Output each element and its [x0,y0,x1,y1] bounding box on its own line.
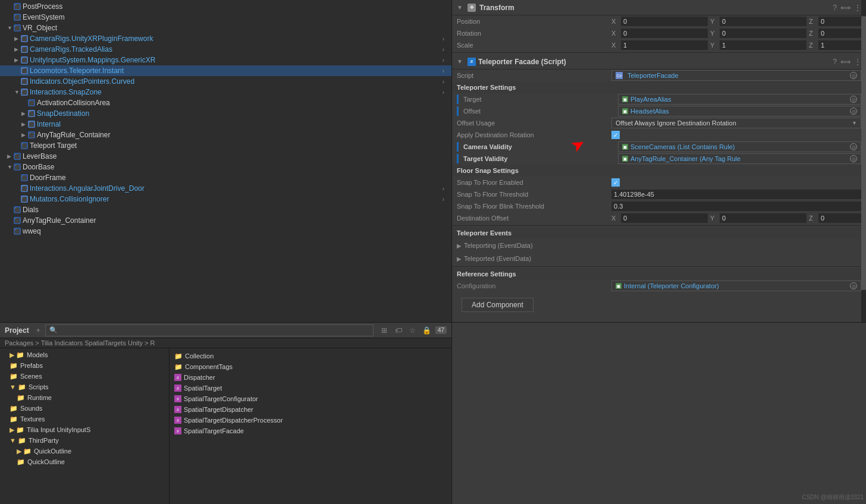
settings-icon[interactable]: ⟺ [840,4,851,12]
hierarchy-item-indicators[interactable]: ⬛ Indicators.ObjectPointers.Curved › [0,76,451,87]
hierarchy-item-doorbase[interactable]: ▼ ⬛ DoorBase [0,162,451,172]
hierarchy-item-postprocess[interactable]: ⬛ PostProcess [0,1,451,12]
hierarchy-item-interactions-door[interactable]: ⬛ Interactions.AngularJointDrive_Door › [0,183,451,194]
hierarchy-item-eventsystem[interactable]: ⬛ EventSystem [0,12,451,23]
folder-sounds[interactable]: 📁 Sounds [0,403,169,414]
scale-y-input[interactable] [720,40,807,50]
target-ref[interactable]: ▣ PlayAreaAlias ◎ [618,94,861,105]
folder-tilia-input[interactable]: ▶ 📁 Tilia Input UnityInputS [0,424,169,435]
rotation-y-input[interactable] [720,29,807,38]
cube-icon: ⬛ [21,142,28,149]
teleporting-arrow[interactable]: ▶ [457,242,462,249]
hierarchy-content: ⬛ PostProcess ⬛ EventSystem ▼ ⬛ VR_Objec… [0,0,451,322]
position-y-input[interactable] [720,17,807,26]
hierarchy-item-vr-object[interactable]: ▼ ⬛ VR_Object [0,23,451,33]
script-ref[interactable]: C# TeleporterFacade ◎ [611,70,861,81]
collapse-arrow-tf[interactable]: ▼ [457,58,465,65]
rotation-x-input[interactable] [621,29,708,38]
folder-quickoutline2[interactable]: 📁 QuickOutline [0,456,169,467]
lock-icon[interactable]: 🔒 [421,325,433,336]
snap-floor-blink-input[interactable] [611,201,861,211]
item-label: wweq [23,227,41,235]
hierarchy-item-doorframe[interactable]: ⬛ DoorFrame [0,172,451,183]
file-dispatcher[interactable]: # Dispatcher [172,372,449,383]
file-spatialtargetfacade[interactable]: # SpatialTargetFacade [172,426,449,436]
hierarchy-item-internal[interactable]: ▶ ⬛ Internal [0,119,451,130]
scale-x-input[interactable] [621,40,708,50]
dest-offset-x-input[interactable] [621,213,708,223]
folder-scenes[interactable]: 📁 Scenes [0,371,169,382]
folder-scripts[interactable]: ▼ 📁 Scripts [0,382,169,392]
search-input[interactable] [60,327,369,334]
file-spatialtarget[interactable]: # SpatialTarget [172,383,449,393]
config-icon: ▣ [616,283,622,289]
configuration-ref[interactable]: ▣ Internal (Teleporter Configurator) ◎ [611,281,861,291]
more-icon[interactable]: ⋮ [854,4,861,12]
target-validity-label: Target Validity [463,155,618,162]
hierarchy-item-mutators[interactable]: ⬛ Mutators.CollisionIgnorer › [0,194,451,204]
ref-circle[interactable]: ◎ [850,155,857,162]
position-z-input[interactable] [818,17,866,26]
apply-dest-rotation-checkbox[interactable]: ✓ [611,131,620,139]
offset-usage-dropdown[interactable]: Offset Always Ignore Destination Rotatio… [611,118,861,128]
hierarchy-item-unityinput[interactable]: ▶ ⬛ UnityInputSystem.Mappings.GenericXR … [0,55,451,65]
hierarchy-item-leverbase[interactable]: ▶ ⬛ LeverBase [0,151,451,162]
ref-circle[interactable]: ◎ [850,282,857,289]
snap-floor-enabled-checkbox[interactable]: ✓ [611,178,620,187]
nav-arrow: › [443,196,449,203]
cube-icon: ⬛ [14,14,21,21]
cube-icon: ⬛ [14,163,21,171]
position-x-input[interactable] [621,17,708,26]
hierarchy-item-teleporttarget[interactable]: ⬛ Teleport Target [0,140,451,151]
blue-bar [457,154,459,163]
hierarchy-item-wweq[interactable]: ⬛ wweq [0,226,451,237]
file-collection[interactable]: 📁 Collection [172,351,449,361]
offset-ref[interactable]: ▣ HeadsetAlias ◎ [618,106,861,116]
file-componenttags[interactable]: 📁 ComponentTags [172,361,449,372]
dest-offset-z-input[interactable] [818,213,866,223]
folder-thirdparty[interactable]: ▼ 📁 ThirdParty [0,435,169,446]
folder-quickoutline1[interactable]: ▶ 📁 QuickOutline [0,446,169,456]
file-spatialtargetdispatcherprocessor[interactable]: # SpatialTargetDispatcherProcessor [172,415,449,426]
ref-circle[interactable]: ◎ [850,143,857,150]
hierarchy-item-camerarigs-tracked[interactable]: ▶ ⬛ CameraRigs.TrackedAlias › [0,44,451,55]
dest-offset-y-input[interactable] [720,213,807,223]
target-validity-ref[interactable]: ▣ AnyTagRule_Container (Any Tag Rule ◎ [618,153,861,164]
teleported-arrow[interactable]: ▶ [457,256,462,262]
nav-arrow: › [443,57,449,64]
folder-label: Prefabs [20,362,43,369]
folder-models[interactable]: ▶ 📁 Models [0,349,169,360]
file-spatialtargetconfigurator[interactable]: # SpatialTargetConfigurator [172,393,449,404]
collapse-arrow[interactable]: ▼ [457,4,465,11]
more-icon[interactable]: ⋮ [854,58,861,66]
add-component-button[interactable]: Add Component [462,298,534,312]
hierarchy-item-activation[interactable]: ⬛ ActivationCollisionArea [0,97,451,108]
hierarchy-item-anytagrule[interactable]: ▶ ⬛ AnyTagRule_Container [0,130,451,140]
settings-icon[interactable]: ⟺ [840,58,851,66]
ref-circle[interactable]: ◎ [850,72,857,79]
folder-prefabs[interactable]: 📁 Prefabs [0,360,169,371]
add-icon[interactable]: + [36,326,40,335]
star-icon[interactable]: ☆ [407,325,419,336]
grid-icon[interactable]: ⊞ [378,325,390,336]
hierarchy-item-interactions[interactable]: ▼ ⬛ Interactions.SnapZone › [0,87,451,97]
project-tree: ▶ 📁 Models 📁 Prefabs 📁 Scenes ▼ 📁 Sc [0,348,170,504]
hierarchy-item-snapdest[interactable]: ▶ ⬛ SnapDestination [0,108,451,119]
snap-floor-threshold-input[interactable] [611,190,861,199]
ref-circle[interactable]: ◎ [850,108,857,115]
rotation-z-input[interactable] [818,29,866,38]
cube-icon: ⬛ [14,153,21,160]
folder-runtime[interactable]: 📁 Runtime [0,392,169,403]
hierarchy-item-anytagrule2[interactable]: ⬛ AnyTagRule_Container [0,215,451,226]
help-icon[interactable]: ? [833,58,837,66]
tag-icon[interactable]: 🏷 [393,325,404,336]
folder-textures[interactable]: 📁 Textures [0,414,169,424]
hierarchy-item-dials[interactable]: ⬛ Dials [0,204,451,215]
help-icon[interactable]: ? [833,4,837,12]
hierarchy-item-locomotors[interactable]: ⬛ Locomotors.Teleporter.Instant › [0,65,451,76]
camera-validity-ref[interactable]: ▣ SceneCameras (List Contains Rule) ◎ [618,141,861,152]
scale-z-input[interactable] [818,40,866,50]
ref-circle[interactable]: ◎ [850,96,857,103]
hierarchy-item-camerarigs-unity[interactable]: ▶ ⬛ CameraRigs.UnityXRPluginFramework › [0,33,451,44]
file-spatialtargetdispatcher[interactable]: # SpatialTargetDispatcher [172,404,449,415]
